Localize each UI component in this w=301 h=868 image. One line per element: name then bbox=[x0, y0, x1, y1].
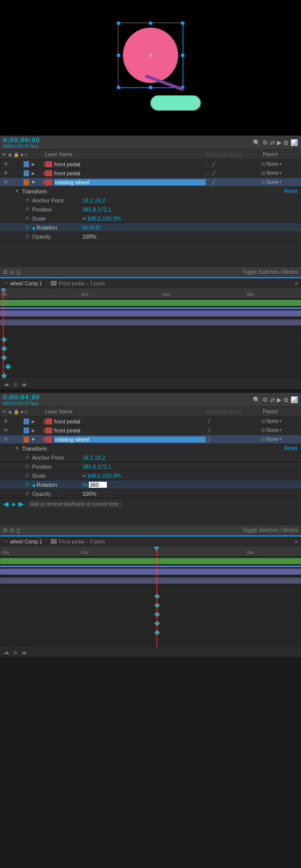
prop-clock-b3: ⏱ bbox=[25, 473, 32, 478]
graph-icon-b[interactable]: 📊 bbox=[290, 396, 298, 403]
transfer-icon[interactable]: ⇄ bbox=[270, 139, 275, 146]
prop-rotation[interactable]: ⏱ ◆Rotation 0x+0,0° bbox=[0, 223, 301, 232]
layer-row-2[interactable]: 👁 ▶ 2 front pedal ⊡ ╱ ⛓ None ▾ bbox=[0, 169, 301, 178]
layer-b1-expand[interactable]: ▶ bbox=[30, 419, 37, 424]
new-comp-icon[interactable]: ⊞ bbox=[3, 269, 8, 275]
nav-icon-3[interactable]: ⛰ bbox=[22, 381, 27, 387]
handle-tm[interactable] bbox=[149, 22, 152, 25]
tab-front-pedal-top[interactable]: Front pedal – 3 parts bbox=[47, 280, 109, 287]
layer1-eye[interactable]: 👁 bbox=[2, 161, 10, 167]
graph-icon-final[interactable]: {} bbox=[17, 527, 20, 533]
track-b4 bbox=[0, 594, 301, 603]
add-keyframe-diamond[interactable]: ◆ bbox=[12, 501, 16, 507]
prop-anchor-point: ⏱ Anchor Point 18,2,18,2 bbox=[0, 196, 301, 205]
flow-icon-b[interactable]: ⊞ bbox=[283, 396, 288, 403]
track-bar-green-b bbox=[0, 558, 301, 564]
handle-ml[interactable] bbox=[117, 54, 120, 57]
keyframe-top-5 bbox=[1, 373, 7, 378]
layer-row-b3[interactable]: 👁 ▼ 3 rotating wheel ╱ ⛓ None ▾ bbox=[0, 435, 301, 444]
handle-tl[interactable] bbox=[117, 22, 120, 25]
new-mask-icon-b[interactable]: ◎ bbox=[10, 527, 15, 533]
keyframe-left-arrow[interactable]: ◀ bbox=[3, 500, 9, 508]
layer3-expand[interactable]: ▼ bbox=[30, 180, 37, 185]
ruler-02s: 02s bbox=[81, 292, 89, 297]
keyframe-right-arrow[interactable]: ▶ bbox=[19, 500, 24, 508]
bottom-toolbar-top: ⊞ ◎ {} Toggle Switches / Modes bbox=[0, 266, 301, 277]
tab-frontpedal-label-top: Front pedal – 3 parts bbox=[59, 281, 105, 286]
col-type-icon-b: # bbox=[25, 409, 27, 414]
transform-collapse-icon-b[interactable]: ▼ bbox=[15, 446, 19, 451]
layer-b2-name: front pedal bbox=[54, 427, 206, 433]
timeline-nav-bottom: ⛰ ◎ ⛰ bbox=[0, 647, 301, 657]
tab-menu-bottom[interactable]: ≡ bbox=[295, 538, 301, 545]
reset-button[interactable]: Reset bbox=[284, 188, 297, 194]
toggle-switches-label[interactable]: Toggle Switches / Modes bbox=[242, 269, 298, 275]
tab-close-bottom[interactable]: ✕ bbox=[4, 539, 8, 544]
layer3-eye[interactable]: 👁 bbox=[2, 179, 10, 185]
track-b5 bbox=[0, 603, 301, 612]
layer-b2-color bbox=[24, 427, 30, 433]
tab-front-pedal-bottom[interactable]: Front pedal – 3 parts bbox=[47, 538, 109, 546]
toggle-switches-label-b[interactable]: Toggle Switches / Modes bbox=[242, 527, 298, 533]
track-b6 bbox=[0, 612, 301, 621]
new-mask-icon[interactable]: ◎ bbox=[10, 269, 15, 275]
nav-icon-1[interactable]: ⛰ bbox=[4, 381, 9, 387]
transform-section-bottom: ▼ Transform Reset ⏱ Anchor Point 18,2,18… bbox=[0, 444, 301, 524]
layer-b3-expand[interactable]: ▼ bbox=[30, 437, 37, 442]
timecode-display-bottom[interactable]: 0;00;04;00 00120 (29.97 fps) bbox=[3, 393, 40, 406]
tab-wheel-comp-top[interactable]: ✕ wheel Comp 1 bbox=[0, 280, 47, 287]
link-icon-b: ∞ bbox=[82, 473, 86, 478]
layer3-parent: ⛓ None ▾ bbox=[261, 179, 301, 185]
keyframe-b5 bbox=[155, 630, 160, 635]
reset-button-b[interactable]: Reset bbox=[284, 446, 297, 451]
layer3-type-icon bbox=[45, 179, 52, 185]
prop-scale-clock: ⏱ bbox=[25, 216, 32, 221]
layer-row-3[interactable]: 👁 ▼ 3 rotating wheel ⊡ ╱ ⛓ None ▾ bbox=[0, 178, 301, 187]
new-comp-icon-b[interactable]: ⊞ bbox=[3, 527, 8, 533]
handle-bl[interactable] bbox=[117, 86, 120, 89]
layer-row-1[interactable]: 👁 ▶ 1 front pedal ⊡ ╱ ⛓ None ▾ bbox=[0, 160, 301, 169]
rotation-input[interactable] bbox=[89, 482, 107, 488]
transform-header: ▼ Transform Reset bbox=[0, 187, 301, 196]
nav-icon-b1[interactable]: ⛰ bbox=[4, 649, 9, 655]
graph-icon[interactable]: 📊 bbox=[290, 139, 298, 146]
anchor-point bbox=[148, 53, 153, 57]
layer-b2-eye[interactable]: 👁 bbox=[2, 427, 10, 433]
handle-bm[interactable] bbox=[149, 86, 152, 89]
handle-mr[interactable] bbox=[181, 54, 184, 57]
timeline-ruler-bottom: 00s 02s 06s bbox=[0, 547, 301, 557]
nav-icon-2[interactable]: ◎ bbox=[13, 381, 18, 387]
keyframe-top-3 bbox=[1, 355, 7, 360]
transform-collapse-icon[interactable]: ▼ bbox=[15, 189, 19, 193]
handle-tr[interactable] bbox=[181, 22, 184, 25]
settings-icon[interactable]: ⚙ bbox=[262, 139, 268, 146]
settings-icon-b[interactable]: ⚙ bbox=[262, 396, 268, 403]
prop-opacity: ⏱ Opacity 100% bbox=[0, 232, 301, 241]
toolbar-icons-bottom: 🔍 ⚙ ⇄ ▶ ⊞ 📊 bbox=[253, 396, 298, 403]
keyframe-indicator-b[interactable]: ◆ bbox=[32, 483, 36, 488]
tab-menu-top[interactable]: ≡ bbox=[295, 280, 301, 286]
timecode-display[interactable]: 0;00;00;00 00000 (29.97 fps) bbox=[3, 136, 40, 149]
render-icon[interactable]: ▶ bbox=[277, 139, 281, 146]
tab-close-top[interactable]: ✕ bbox=[4, 281, 8, 286]
layer1-expand[interactable]: ▶ bbox=[30, 162, 37, 167]
prop-rotation-b[interactable]: ⏱ ◆Rotation 0x bbox=[0, 480, 301, 489]
render-icon-b[interactable]: ▶ bbox=[277, 396, 281, 403]
transfer-icon-b[interactable]: ⇄ bbox=[270, 396, 275, 403]
graph-icon[interactable]: {} bbox=[17, 269, 20, 275]
layer-row-b1[interactable]: 👁 ▶ 1 front pedal ╱ ⛓ None ▾ bbox=[0, 417, 301, 426]
flow-icon[interactable]: ⊞ bbox=[283, 139, 288, 146]
nav-icon-b2[interactable]: ◎ bbox=[13, 649, 18, 655]
layer-b3-eye[interactable]: 👁 bbox=[2, 437, 10, 442]
search-icon[interactable]: 🔍 bbox=[253, 139, 260, 146]
keyframe-top-4 bbox=[5, 364, 11, 369]
layer-b2-expand[interactable]: ▶ bbox=[30, 428, 37, 433]
layer2-expand[interactable]: ▶ bbox=[30, 171, 37, 176]
tab-wheel-comp-bottom[interactable]: ✕ wheel Comp 1 bbox=[0, 538, 47, 546]
nav-icon-b3[interactable]: ⛰ bbox=[22, 649, 27, 655]
layer-b3-parent: ⛓ None ▾ bbox=[261, 437, 301, 442]
search-icon-b[interactable]: 🔍 bbox=[253, 396, 260, 403]
layer-row-b2[interactable]: 👁 ▶ 2 front pedal ╱ ⛓ None ▾ bbox=[0, 426, 301, 435]
layer2-eye[interactable]: 👁 bbox=[2, 170, 10, 176]
layer-b1-eye[interactable]: 👁 bbox=[2, 418, 10, 424]
